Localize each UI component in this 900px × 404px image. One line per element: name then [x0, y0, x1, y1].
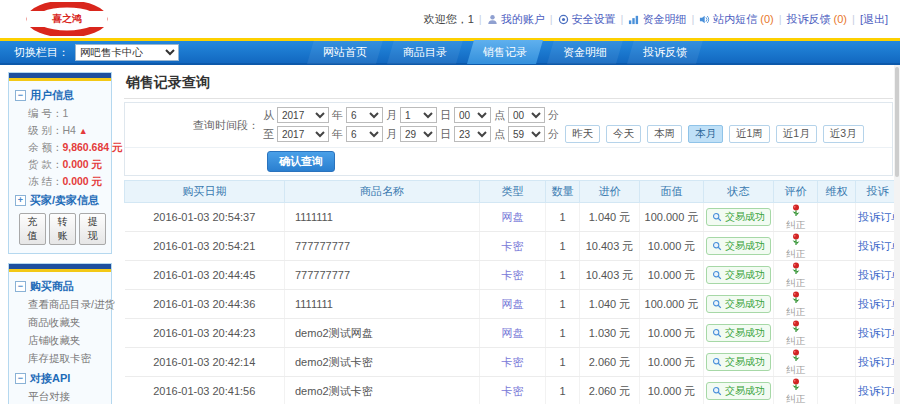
cell-rating: 纠正: [774, 203, 818, 232]
sidebar-item-product-favorites[interactable]: 商品收藏夹: [15, 314, 106, 332]
rating-correct-link[interactable]: 纠正: [776, 336, 815, 346]
col-header-status: 状态: [704, 181, 774, 203]
quick-today-button[interactable]: 今天: [606, 125, 641, 143]
complaint-feedback-link[interactable]: 投诉反馈(0): [787, 12, 847, 27]
nav-item-catalog[interactable]: 商品目录: [387, 40, 463, 64]
rating-correct-link[interactable]: 纠正: [776, 249, 815, 259]
col-header-price: 进价: [580, 181, 640, 203]
status-button[interactable]: 交易成功: [706, 266, 771, 284]
wallet-buttons: 充值 转账 提现: [15, 210, 106, 247]
rating-correct-link[interactable]: 纠正: [776, 220, 815, 230]
sidebar-item-platform-connect[interactable]: 平台对接: [15, 388, 106, 404]
to-day-select[interactable]: 29: [400, 126, 437, 142]
section-user-info[interactable]: − 用户信息: [15, 88, 106, 103]
cell-date: 2016-01-03 20:44:36: [125, 290, 285, 319]
expand-icon[interactable]: +: [15, 195, 26, 206]
from-month-select[interactable]: 6: [346, 107, 383, 123]
scrollbar[interactable]: [894, 65, 900, 404]
date-to-row: 至 2017 年 6 月 29 日 23 点 59 分 昨天 今: [263, 124, 892, 144]
cell-rating: 纠正: [774, 290, 818, 319]
magnifier-icon: [712, 270, 722, 280]
cell-status: 交易成功: [704, 290, 774, 319]
cell-product: 777777777: [285, 261, 480, 290]
table-row: 2016-01-03 20:44:23 demo2测试网盘 网盘 1 1.030…: [125, 319, 900, 348]
withdraw-button[interactable]: 提现: [79, 213, 106, 245]
nav-item-complaints[interactable]: 投诉反馈: [627, 40, 703, 64]
section-api[interactable]: − 对接API: [15, 371, 106, 386]
cell-rating: 纠正: [774, 377, 818, 404]
rose-icon: [790, 233, 802, 246]
recharge-button[interactable]: 充值: [19, 213, 46, 245]
section-buy-goods[interactable]: − 购买商品: [15, 279, 106, 294]
sidebar-item-catalog-purchase[interactable]: 查看商品目录/进货: [15, 296, 106, 314]
cell-product: demo2测试卡密: [285, 348, 480, 377]
divider: |: [479, 13, 482, 25]
to-month-select[interactable]: 6: [346, 126, 383, 142]
category-select[interactable]: 网吧售卡中心: [75, 44, 179, 61]
cell-face: 100.000 元: [640, 203, 704, 232]
security-settings-link[interactable]: 安全设置: [558, 12, 616, 27]
from-hour-select[interactable]: 00: [454, 107, 491, 123]
collapse-icon[interactable]: −: [15, 373, 26, 384]
funds-detail-link[interactable]: 资金明细: [628, 12, 686, 27]
nav-items: 网站首页 商品目录 销售记录 资金明细 投诉反馈: [307, 40, 707, 64]
scrollbar-thumb[interactable]: [895, 67, 899, 177]
transfer-button[interactable]: 转账: [49, 213, 76, 245]
content: − 用户信息 编 号：1 级 别：H4 ▲ 余 额：9,860.684 元 货: [0, 65, 900, 404]
collapse-icon[interactable]: −: [15, 281, 26, 292]
sidebar-item-stock-extract[interactable]: 库存提取卡密: [15, 350, 106, 368]
site-message-link[interactable]: 站内短信(0): [699, 12, 773, 27]
logo: 喜之鸿: [26, 2, 108, 36]
sidebar-item-shop-favorites[interactable]: 店铺收藏夹: [15, 332, 106, 350]
rating-correct-link[interactable]: 纠正: [776, 307, 815, 317]
from-minute-select[interactable]: 00: [508, 107, 545, 123]
rose-icon: [790, 320, 802, 333]
cell-status: 交易成功: [704, 377, 774, 404]
quick-last-month-button[interactable]: 近1月: [776, 125, 817, 143]
rating-correct-link[interactable]: 纠正: [776, 365, 815, 375]
from-day-select[interactable]: 1: [400, 107, 437, 123]
status-button[interactable]: 交易成功: [706, 353, 771, 371]
rating-correct-link[interactable]: 纠正: [776, 278, 815, 288]
user-id-row: 编 号：1: [15, 105, 106, 122]
cell-rating: 纠正: [774, 348, 818, 377]
my-account-link[interactable]: 我的账户: [487, 12, 545, 27]
section-buyer-seller[interactable]: + 买家/卖家信息: [15, 193, 106, 208]
welcome-text: 欢迎您，1: [424, 12, 474, 27]
cell-complaint: 投诉订单: [856, 377, 900, 404]
date-from-row: 从 2017 年 6 月 1 日 00 点 00 分: [263, 106, 892, 124]
main-nav: 切换栏目： 网吧售卡中心 网站首页 商品目录 销售记录 资金明细 投诉反馈: [0, 41, 900, 65]
to-year-select[interactable]: 2017: [277, 126, 329, 142]
to-minute-select[interactable]: 59: [508, 126, 545, 142]
cell-status: 交易成功: [704, 203, 774, 232]
query-panel: 查询时间段： 从 2017 年 6 月 1 日 00 点 00: [124, 102, 893, 176]
cell-appeal: [818, 232, 856, 261]
quick-this-week-button[interactable]: 本周: [647, 125, 682, 143]
logo-text: 喜之鸿: [52, 13, 82, 24]
status-button[interactable]: 交易成功: [706, 382, 771, 400]
cell-price: 2.060 元: [580, 377, 640, 404]
status-button[interactable]: 交易成功: [706, 295, 771, 313]
status-button[interactable]: 交易成功: [706, 324, 771, 342]
from-year-select[interactable]: 2017: [277, 107, 329, 123]
user-icon: [487, 14, 498, 25]
to-hour-select[interactable]: 23: [454, 126, 491, 142]
nav-item-home[interactable]: 网站首页: [307, 40, 383, 64]
table-row: 2016-01-03 20:44:36 1111111 网盘 1 1.040 元…: [125, 290, 900, 319]
status-button[interactable]: 交易成功: [706, 208, 771, 226]
quick-last-3-months-button[interactable]: 近3月: [823, 125, 864, 143]
cell-date: 2016-01-03 20:42:14: [125, 348, 285, 377]
quick-this-month-button[interactable]: 本月: [688, 125, 723, 143]
nav-item-funds[interactable]: 资金明细: [547, 40, 623, 64]
quick-yesterday-button[interactable]: 昨天: [565, 125, 600, 143]
quick-last-week-button[interactable]: 近1周: [729, 125, 770, 143]
nav-item-sales-records[interactable]: 销售记录: [467, 40, 543, 64]
logout-link[interactable]: [退出]: [860, 12, 888, 27]
table-row: 2016-01-03 20:44:45 777777777 卡密 1 10.40…: [125, 261, 900, 290]
rating-correct-link[interactable]: 纠正: [776, 394, 815, 404]
divider: |: [621, 13, 624, 25]
confirm-query-button[interactable]: 确认查询: [267, 151, 335, 172]
status-button[interactable]: 交易成功: [706, 237, 771, 255]
collapse-icon[interactable]: −: [15, 90, 26, 101]
cell-appeal: [818, 319, 856, 348]
